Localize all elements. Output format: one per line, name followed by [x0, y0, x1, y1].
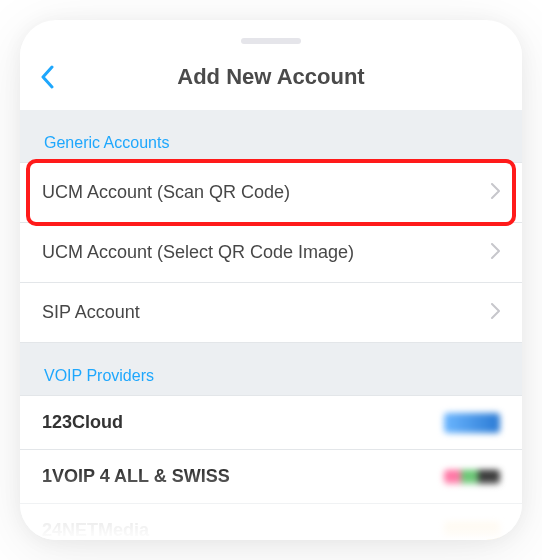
provider-row-1voip[interactable]: 1VOIP 4 ALL & SWISS	[20, 449, 522, 503]
provider-logo-icon	[444, 470, 500, 484]
provider-logo-icon	[444, 413, 500, 433]
row-label: UCM Account (Scan QR Code)	[42, 182, 290, 203]
provider-logo-icon	[444, 522, 500, 540]
provider-row-123cloud[interactable]: 123Cloud	[20, 395, 522, 449]
chevron-right-icon	[491, 241, 500, 264]
section-header-generic: Generic Accounts	[20, 110, 522, 162]
chevron-right-icon	[491, 181, 500, 204]
section-generic-accounts: Generic Accounts UCM Account (Scan QR Co…	[20, 110, 522, 343]
device-frame: Add New Account Generic Accounts UCM Acc…	[20, 20, 522, 540]
page-title: Add New Account	[20, 64, 522, 90]
back-button[interactable]	[40, 65, 54, 89]
row-label: UCM Account (Select QR Code Image)	[42, 242, 354, 263]
navigation-header: Add New Account	[20, 44, 522, 110]
chevron-right-icon	[491, 301, 500, 324]
provider-row-24netmedia[interactable]: 24NETMedia	[20, 503, 522, 540]
row-ucm-scan-qr[interactable]: UCM Account (Scan QR Code)	[20, 162, 522, 222]
provider-label: 1VOIP 4 ALL & SWISS	[42, 466, 230, 487]
provider-label: 24NETMedia	[42, 520, 149, 540]
section-header-voip: VOIP Providers	[20, 343, 522, 395]
row-ucm-select-qr-image[interactable]: UCM Account (Select QR Code Image)	[20, 222, 522, 282]
row-sip-account[interactable]: SIP Account	[20, 282, 522, 343]
provider-label: 123Cloud	[42, 412, 123, 433]
section-voip-providers: VOIP Providers 123Cloud 1VOIP 4 ALL & SW…	[20, 343, 522, 540]
row-label: SIP Account	[42, 302, 140, 323]
